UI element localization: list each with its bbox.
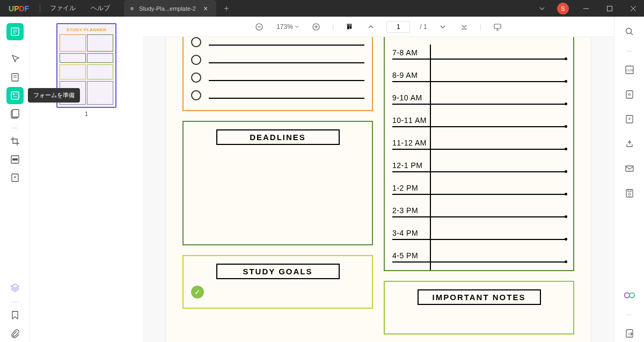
thumbnail-panel: STUDY PLANNER 1: [30, 17, 143, 342]
ai-assistant-button[interactable]: [621, 287, 638, 304]
schedule-row: 9-10 AM: [392, 82, 566, 105]
separator: —: [12, 299, 18, 304]
svg-rect-16: [12, 158, 18, 161]
svg-rect-1: [608, 6, 612, 11]
schedule-time: 11-12 AM: [392, 139, 566, 147]
thumb-doc-title: STUDY PLANNER: [60, 27, 113, 32]
section-tasks: [182, 37, 373, 111]
close-window-button[interactable]: [623, 0, 644, 17]
svg-point-29: [626, 28, 631, 34]
document-tab[interactable]: Study-Pla...emplate-2 ×: [124, 0, 216, 17]
next-page-button[interactable]: [437, 21, 449, 33]
zoom-out-button[interactable]: [253, 20, 266, 33]
titlebar: UPDF ファイル ヘルプ Study-Pla...emplate-2 × + …: [0, 0, 644, 17]
flatten-button[interactable]: [621, 111, 638, 128]
section-schedule: 7-8 AM 8-9 AM 9-10 AM 10-11 AM: [384, 37, 574, 271]
schedule-row: 1-2 PM: [392, 172, 566, 195]
svg-rect-9: [11, 92, 19, 99]
presentation-button[interactable]: [491, 20, 504, 33]
page-number-input[interactable]: [386, 21, 410, 33]
email-button[interactable]: [621, 160, 638, 177]
tool-bookmark[interactable]: [6, 307, 24, 324]
tool-organize[interactable]: [6, 105, 24, 122]
schedule-time: 9-10 AM: [392, 93, 566, 102]
bullet-icon: [191, 55, 201, 65]
section-important-notes: IMPORTANT NOTES: [384, 281, 574, 334]
task-line: [209, 80, 364, 81]
svg-rect-10: [13, 93, 14, 95]
separator: [40, 4, 40, 13]
protect-button[interactable]: [621, 86, 638, 103]
add-tab-button[interactable]: +: [216, 4, 236, 13]
schedule-time: 1-2 PM: [392, 184, 566, 192]
svg-point-34: [628, 93, 631, 96]
tab-title: Study-Pla...emplate-2: [139, 5, 196, 12]
tool-compress[interactable]: [6, 169, 24, 186]
minimize-button[interactable]: [575, 0, 597, 17]
zoom-value[interactable]: 173%: [275, 23, 300, 31]
svg-line-30: [631, 33, 633, 35]
top-toolbar: 173% | / 1 |: [143, 17, 614, 37]
task-line: [209, 98, 364, 99]
tool-layers[interactable]: [6, 279, 24, 296]
schedule-row: 8-9 AM: [392, 60, 566, 82]
thumbnail-page-number: 1: [36, 111, 136, 117]
pdf-page: DEADLINES STUDY GOALS ✓ 7-8 AM 8-9 AM: [166, 37, 590, 342]
ocr-button[interactable]: OCR: [621, 61, 638, 78]
menu-file[interactable]: ファイル: [42, 4, 83, 13]
schedule-time: 7-8 AM: [392, 48, 566, 57]
share-button[interactable]: [621, 135, 638, 152]
study-goals-header: STUDY GOALS: [216, 264, 340, 279]
section-deadlines: DEADLINES: [182, 121, 373, 245]
svg-rect-33: [626, 91, 633, 98]
document-viewer[interactable]: DEADLINES STUDY GOALS ✓ 7-8 AM 8-9 AM: [143, 37, 614, 342]
page-total: / 1: [420, 23, 427, 31]
user-avatar[interactable]: S: [557, 3, 569, 14]
schedule-time: 10-11 AM: [392, 116, 566, 125]
tool-reader[interactable]: [6, 23, 24, 40]
right-toolbar: — OCR —: [614, 17, 644, 342]
schedule-time: 3-4 PM: [392, 229, 566, 237]
tool-comment[interactable]: [6, 50, 24, 68]
zoom-in-button[interactable]: [310, 20, 323, 33]
save-button[interactable]: [621, 185, 638, 202]
tool-crop[interactable]: [6, 133, 24, 150]
svg-rect-26: [494, 24, 501, 28]
first-page-button[interactable]: [343, 21, 355, 33]
prepare-form-tooltip: フォームを準備: [28, 88, 80, 103]
left-toolbar: — フォームを準備 — —: [0, 17, 30, 342]
tab-modified-dot: [130, 7, 134, 10]
bullet-icon: [191, 37, 201, 47]
last-page-button[interactable]: [458, 21, 470, 33]
deadlines-header: DEADLINES: [216, 129, 340, 145]
task-line: [209, 62, 364, 63]
svg-text:OCR: OCR: [626, 69, 633, 72]
tool-attachment[interactable]: [6, 325, 24, 342]
schedule-row: 10-11 AM: [392, 105, 566, 127]
svg-rect-17: [12, 174, 18, 181]
maximize-button[interactable]: [599, 0, 620, 17]
svg-rect-14: [12, 110, 19, 117]
close-icon[interactable]: ×: [201, 4, 210, 13]
tool-edit[interactable]: [6, 69, 24, 86]
bullet-icon: [191, 90, 201, 100]
schedule-time: 12-1 PM: [392, 161, 566, 170]
schedule-row: 3-4 PM: [392, 217, 566, 240]
chevron-down-icon[interactable]: [533, 5, 551, 12]
prev-page-button[interactable]: [365, 21, 377, 33]
search-button[interactable]: [621, 23, 638, 40]
tool-redact[interactable]: [6, 151, 24, 168]
svg-point-39: [628, 193, 631, 195]
schedule-row: 7-8 AM: [392, 37, 566, 60]
section-study-goals: STUDY GOALS ✓: [182, 255, 373, 309]
menu-help[interactable]: ヘルプ: [83, 4, 118, 13]
tool-prepare-form[interactable]: フォームを準備: [6, 87, 24, 104]
schedule-row: 4-5 PM: [392, 240, 566, 263]
schedule-row: 12-1 PM: [392, 150, 566, 172]
schedule-time: 2-3 PM: [392, 206, 566, 215]
svg-point-40: [624, 293, 629, 297]
bullet-icon: [191, 72, 201, 83]
separator: —: [12, 42, 18, 48]
separator: —: [12, 125, 18, 130]
export-button[interactable]: [621, 325, 638, 342]
